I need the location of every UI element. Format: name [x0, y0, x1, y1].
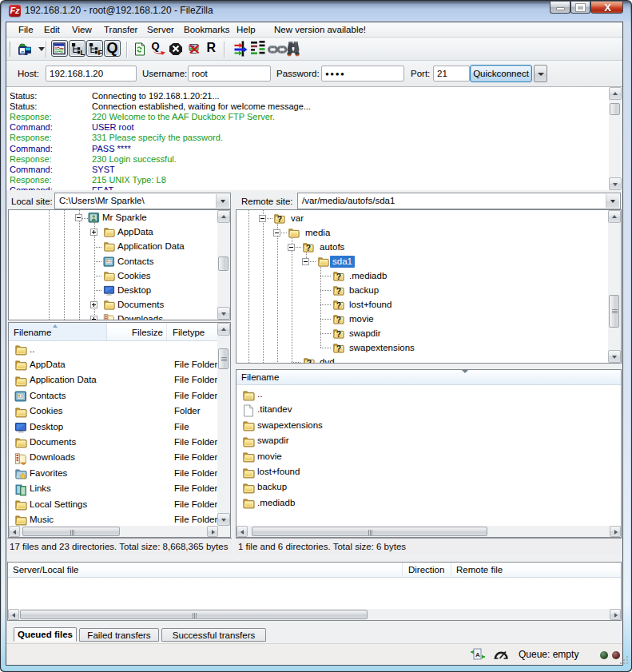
- svg-text:F: F: [98, 48, 102, 56]
- svg-text:A: A: [475, 651, 480, 658]
- svg-text:L: L: [80, 48, 84, 56]
- svg-text:Q: Q: [152, 41, 160, 52]
